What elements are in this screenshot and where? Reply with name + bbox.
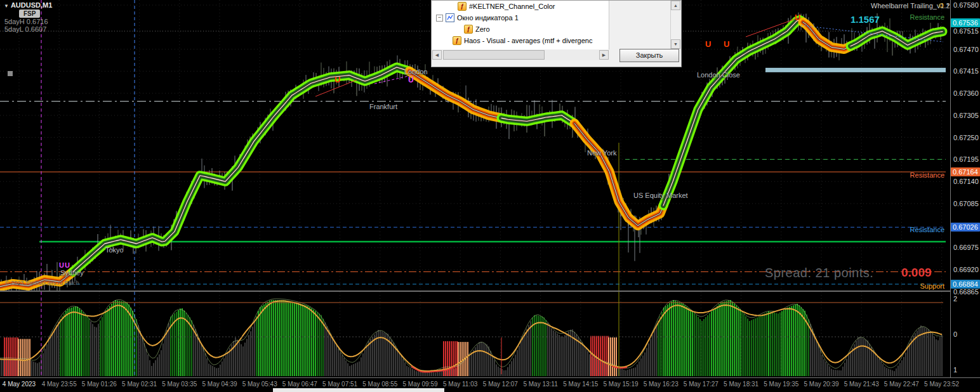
five-day-high-label: 5dayH 0.6716	[4, 18, 48, 25]
symbol-text: AUDUSD,M1	[11, 1, 52, 9]
smiley-icon[interactable]: ☺	[937, 1, 945, 10]
time-tick: 5 May 23:52	[918, 381, 965, 388]
price-tick: 0.67415	[953, 67, 979, 75]
scrollbar-thumb[interactable]	[443, 50, 545, 60]
copyright-watermark: © 2023 TopSocCers.ru Patch	[5, 280, 79, 286]
indicator-list-item[interactable]: ƒHaos - Visual - averages (mtf + diverge…	[432, 35, 609, 46]
price-badge: 0.66884	[951, 280, 980, 289]
level-label: Support	[920, 282, 944, 290]
fx-indicator-icon: ƒ	[453, 36, 461, 45]
session-label: Frankfurt	[369, 103, 397, 110]
fx-indicator-icon: ƒ	[464, 25, 473, 34]
price-badge: 0.67164	[951, 167, 980, 176]
indicator-list-item[interactable]: ƒ#KELTNER_Channel_Color	[432, 1, 609, 12]
price-badge: 0.67026	[951, 223, 980, 232]
mt4-chart-window: UUUUUUU 0.675800.675150.674700.674150.67…	[0, 0, 980, 392]
scroll-left-button[interactable]: ◀	[432, 50, 442, 60]
indicator-scale-tick: 1	[953, 366, 957, 374]
indicator-name: Окно индикатора 1	[457, 14, 519, 22]
signal-marker: U	[408, 75, 414, 84]
signal-marker: U	[795, 13, 800, 22]
indicator-list-dialog[interactable]: ƒ#KELTNER_Channel_Color−Окно индикатора …	[431, 0, 682, 67]
symbol-marker-icon: ▼	[4, 3, 9, 9]
session-label: New York	[587, 149, 616, 157]
price-tick: 0.67250	[953, 134, 979, 141]
signal-marker: U	[59, 261, 64, 269]
ea-status-badge: FSP	[19, 10, 40, 18]
signal-marker: U	[705, 39, 711, 49]
indicator-scale-tick: 0	[953, 330, 957, 338]
fx-indicator-icon: ƒ	[458, 2, 467, 11]
price-tick: 0.67085	[953, 200, 979, 207]
status-icon[interactable]: ◔	[945, 1, 950, 10]
price-tick: 0.67140	[953, 178, 979, 185]
indicator-name: Haos - Visual - averages (mtf + divergen…	[464, 37, 592, 44]
session-label: Tokyo	[105, 246, 124, 254]
price-badge: 0.67536	[951, 18, 980, 27]
indicator-value-label: 1.1567	[851, 14, 880, 25]
scroll-up-button[interactable]: ▲	[671, 1, 680, 10]
indicator-panel-canvas[interactable]	[0, 292, 950, 377]
object-anchor-handle[interactable]	[8, 71, 13, 76]
indicator-name: Zero	[475, 25, 490, 33]
tree-expander-icon[interactable]: −	[436, 15, 443, 22]
indicator-list[interactable]: ƒ#KELTNER_Channel_Color−Окно индикатора …	[432, 1, 609, 49]
session-label: US Equity Market	[633, 192, 688, 199]
symbol-label: ▼AUDUSD,M1	[4, 1, 52, 9]
spread-label: Spread: 21 points.	[765, 266, 873, 280]
indicator-list-item[interactable]: −Окно индикатора 1	[432, 12, 609, 23]
level-label: Resistance	[910, 171, 944, 179]
close-button[interactable]: Закрыть	[619, 49, 679, 62]
level-label: Resistance	[910, 226, 944, 233]
session-label: Sydney	[60, 269, 84, 277]
indicator-window-icon	[446, 13, 454, 22]
signal-marker: U	[724, 39, 729, 49]
price-tick: 0.67360	[953, 89, 979, 97]
signal-marker: U	[334, 75, 340, 84]
scroll-right-button[interactable]: ▶	[599, 50, 609, 60]
indicator-scale-tick: 2	[953, 295, 957, 303]
indicator-name: #KELTNER_Channel_Color	[469, 3, 555, 10]
price-tick: 0.67515	[953, 27, 979, 35]
spread-value-label: 0.009	[901, 266, 932, 280]
price-tick: 0.67470	[953, 46, 979, 53]
price-tick: 0.66920	[953, 266, 979, 273]
price-axis[interactable]: 0.675800.675150.674700.674150.673600.673…	[950, 0, 980, 377]
indicator-list-item[interactable]: ƒZero	[432, 23, 609, 35]
price-tick: 0.66975	[953, 244, 979, 251]
price-tick: 0.67305	[953, 112, 979, 119]
background-window-fragment	[273, 388, 444, 392]
vertical-scrollbar[interactable]: ▲ ▼	[670, 1, 681, 49]
session-label: London Close	[697, 71, 740, 79]
horizontal-scrollbar[interactable]: ◀ ▶	[432, 49, 609, 60]
scroll-down-button[interactable]: ▼	[671, 39, 680, 49]
price-tick: 0.67580	[953, 1, 979, 9]
five-day-low-label: 5dayL 0.6607	[4, 25, 46, 33]
price-tick: 0.67195	[953, 155, 979, 163]
signal-marker: U	[65, 261, 70, 269]
time-axis[interactable]: 4 May 20234 May 23:555 May 01:265 May 02…	[0, 377, 980, 392]
level-label: Resistance	[910, 13, 944, 21]
session-label: London	[404, 68, 428, 75]
